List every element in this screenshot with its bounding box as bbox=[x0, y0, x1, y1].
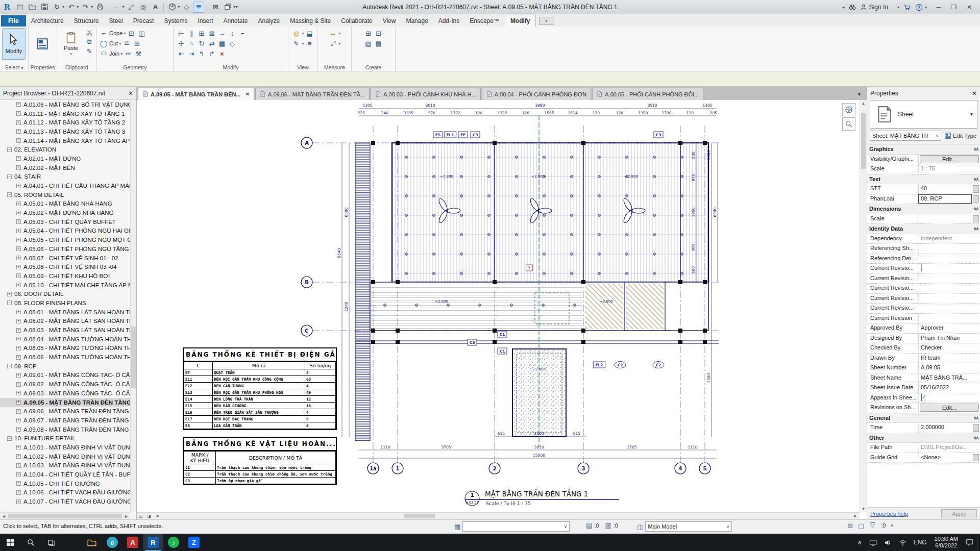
sync-caret-icon[interactable]: ▾ bbox=[62, 5, 64, 9]
tree-expander-icon[interactable]: + bbox=[16, 481, 21, 486]
trim-corner-icon[interactable]: ⇤ bbox=[177, 49, 186, 58]
prop-row-current-revisio[interactable]: Current Revisio... bbox=[867, 264, 980, 274]
properties-close-icon[interactable]: ✕ bbox=[972, 90, 977, 97]
text-icon[interactable]: A bbox=[150, 2, 161, 13]
tree-expander-icon[interactable]: + bbox=[16, 490, 21, 495]
override-icon[interactable]: ≡ bbox=[305, 39, 314, 48]
task-view-icon[interactable] bbox=[41, 534, 61, 551]
taskbar-app-revit[interactable]: R bbox=[143, 534, 163, 551]
prop-row-current-revisio[interactable]: Current Revisio... bbox=[867, 304, 980, 314]
tree-expander-icon[interactable]: + bbox=[16, 229, 21, 233]
prop-row-stt[interactable]: STT40 bbox=[867, 184, 980, 194]
prop-row-referencing-det[interactable]: Referencing Det... bbox=[867, 254, 980, 264]
tree-expander-icon[interactable]: + bbox=[16, 111, 21, 116]
copy-to-clipboard-icon[interactable]: ⧉ bbox=[85, 37, 94, 46]
tree-expander-icon[interactable]: + bbox=[16, 129, 21, 134]
3d-caret-icon[interactable]: ▾ bbox=[178, 5, 180, 9]
ribbon-tab-collaborate[interactable]: Collaborate bbox=[336, 15, 377, 27]
prop-row-phanloai[interactable]: PhanLoai09. RCP bbox=[867, 194, 980, 205]
view-tab-a-00-03-ph[interactable]: A.00.03 - PHỐI CẢNH KHU NHÀ H... bbox=[371, 88, 481, 100]
tree-expander-icon[interactable]: + bbox=[16, 454, 21, 459]
tree-expander-icon[interactable]: − bbox=[7, 147, 12, 152]
project-browser-close-icon[interactable]: ✕ bbox=[128, 90, 133, 97]
taskbar-search-icon[interactable] bbox=[20, 534, 41, 551]
tree-expander-icon[interactable]: + bbox=[16, 427, 21, 432]
properties-palette-button[interactable] bbox=[31, 28, 54, 60]
browser-sheet-a-09-08-m-t-b-ng-tr-n[interactable]: +A.09.08 - MẶT BẰNG TRẦN ĐÈN TẦNG Á bbox=[0, 425, 130, 434]
browser-sheet-a-10-05-chi-ti-t-gi-n[interactable]: +A.10.05 - CHI TIẾT GIƯỜNG bbox=[0, 479, 130, 488]
browser-sheet-a-01-13-m-t-b-ng-x-y-t[interactable]: +A.01.13 - MẶT BẰNG XÂY TÔ TẦNG 3 bbox=[0, 127, 130, 136]
ribbon-tab-systems[interactable]: Systems bbox=[159, 15, 192, 27]
prop-row-current-revision[interactable]: Current Revision bbox=[867, 314, 980, 324]
browser-sheet-a-10-02-m-t-b-ng-nh[interactable]: +A.10.02 - MẶT BẰNG ĐỊNH VỊ VẬT DỤNG bbox=[0, 452, 130, 461]
checkbox[interactable] bbox=[921, 394, 922, 401]
ribbon-tab-structure[interactable]: Structure bbox=[69, 15, 104, 27]
create-assembly-icon[interactable]: ▤ bbox=[374, 39, 383, 48]
browser-group-09-rcp[interactable]: −09. RCP bbox=[0, 362, 130, 371]
tray-speaker-icon[interactable] bbox=[880, 534, 895, 551]
browser-sheet-a-05-05-chi-ti-t-ph-ng[interactable]: +A.05.05 - CHI TIẾT PHÒNG NGỦ MỘT GIU bbox=[0, 235, 130, 244]
tree-expander-icon[interactable]: + bbox=[16, 319, 21, 323]
tray-monitor-icon[interactable] bbox=[866, 534, 880, 551]
ribbon-tab-manage[interactable]: Manage bbox=[401, 15, 433, 27]
tree-expander-icon[interactable]: + bbox=[16, 256, 21, 260]
prop-row-time[interactable]: Time2.000000 bbox=[867, 423, 980, 433]
props-section-dimensions[interactable]: Dimensions∧∧ bbox=[867, 204, 980, 214]
ribbon-tab-steel[interactable]: Steel bbox=[104, 15, 128, 27]
browser-sheet-a-10-03-m-t-b-ng-nh[interactable]: +A.10.03 - MẶT BẰNG ĐỊNH VỊ VẬT DỤNG bbox=[0, 461, 130, 470]
tree-expander-icon[interactable]: + bbox=[16, 355, 21, 360]
browser-sheet-a-05-08-chi-ti-t-v-si[interactable]: +A.05.08 - CHI TIẾT VỆ SINH 03 -04 bbox=[0, 262, 130, 271]
thin-lines-icon[interactable]: ≣ bbox=[193, 2, 204, 13]
associate-param-box[interactable] bbox=[973, 195, 979, 203]
join-button[interactable]: Join bbox=[109, 51, 119, 57]
canvas-hscrollbar[interactable]: ◱ ◨ ◄ ► bbox=[137, 512, 860, 519]
ribbon-state-button[interactable]: ▾ bbox=[539, 17, 554, 25]
delete-icon[interactable]: × bbox=[217, 49, 227, 58]
canvas-vscrollbar[interactable]: ▲▼ bbox=[860, 100, 867, 512]
create-group-icon[interactable]: ▧ bbox=[364, 39, 373, 48]
sync-icon[interactable]: ↻ bbox=[51, 2, 62, 13]
tree-expander-icon[interactable]: + bbox=[16, 463, 21, 468]
ceiling-tag-ef[interactable]: EF bbox=[458, 132, 468, 138]
tree-expander-icon[interactable]: + bbox=[16, 120, 21, 125]
unpin-icon[interactable]: ↰ bbox=[197, 49, 206, 58]
extend-icon[interactable]: ⇥ bbox=[187, 49, 196, 58]
cut-to-clipboard-icon[interactable] bbox=[85, 28, 94, 37]
dimension-icon[interactable]: ↔ bbox=[111, 2, 122, 13]
prop-row-referencing-sh[interactable]: Referencing Sh... bbox=[867, 244, 980, 254]
ceiling-tag-el2[interactable]: EL2 bbox=[593, 362, 605, 368]
browser-sheet-a-02-01-m-t-ng[interactable]: +A.02.01 - MẶT ĐỨNG bbox=[0, 154, 130, 163]
clock[interactable]: 10:30 AM 6/8/2022 bbox=[930, 536, 962, 549]
browser-sheet-a-04-01-chi-ti-t-c-u-t[interactable]: +A.04.01 - CHI TIẾT CẦU THANG ÁP MÁI bbox=[0, 181, 130, 190]
instance-selector[interactable]: Sheet: MẶT BẰNG TR∨ bbox=[870, 131, 941, 141]
prop-row-sheet-name[interactable]: Sheet NameMẶT BẰNG TRẦ... bbox=[867, 373, 980, 384]
tree-expander-icon[interactable]: + bbox=[16, 156, 21, 161]
edit-button[interactable]: Edit... bbox=[920, 404, 979, 412]
zoom-tool-icon[interactable] bbox=[842, 117, 855, 131]
cope-button[interactable]: Cope bbox=[109, 30, 122, 36]
tree-expander-icon[interactable]: + bbox=[16, 246, 21, 251]
split-icon[interactable]: ↔ bbox=[217, 29, 227, 38]
copy-icon[interactable]: ○ bbox=[187, 39, 196, 48]
close-hidden-windows-icon[interactable]: ⊠ bbox=[210, 2, 221, 13]
tray-chevron-icon[interactable]: ∧ bbox=[854, 534, 866, 551]
browser-sheet-a-09-01-m-t-b-ng-c-ng[interactable]: +A.09.01 - MẶT BẰNG CÔNG TÁC- Ổ CẮM bbox=[0, 371, 130, 380]
undo-caret-icon[interactable]: ▾ bbox=[77, 5, 79, 9]
edit-type-button[interactable]: Edit Type bbox=[943, 132, 977, 139]
tree-expander-icon[interactable]: + bbox=[16, 499, 21, 504]
tree-expander-icon[interactable]: + bbox=[16, 273, 21, 278]
browser-sheet-a-10-01-m-t-b-ng-nh[interactable]: +A.10.01 - MẶT BẰNG ĐỊNH VỊ VẬT DỤNG bbox=[0, 443, 130, 452]
tree-expander-icon[interactable]: + bbox=[16, 418, 21, 422]
type-selector[interactable]: Sheet ▼ bbox=[870, 100, 977, 129]
redo-caret-icon[interactable]: ▾ bbox=[91, 5, 93, 9]
view-control-icon-2[interactable]: ◨ bbox=[145, 514, 153, 518]
browser-sheet-a-01-14-m-t-b-ng-x-y-t[interactable]: +A.01.14 - MẶT BẰNG XÂY TÔ TẦNG ÁP M bbox=[0, 136, 130, 145]
ribbon-tab-analyze[interactable]: Analyze bbox=[253, 15, 285, 27]
print-icon[interactable] bbox=[94, 2, 105, 13]
ribbon-tab-add-ins[interactable]: Add-Ins bbox=[433, 15, 464, 27]
match-type-icon[interactable]: ✎ bbox=[85, 46, 94, 56]
ceiling-tag-c2[interactable]: C2 bbox=[615, 362, 626, 368]
ribbon-tab-modify[interactable]: Modify bbox=[505, 15, 536, 27]
associate-param-box[interactable] bbox=[973, 215, 979, 223]
editable-only-icon[interactable]: ▤ bbox=[586, 521, 592, 529]
